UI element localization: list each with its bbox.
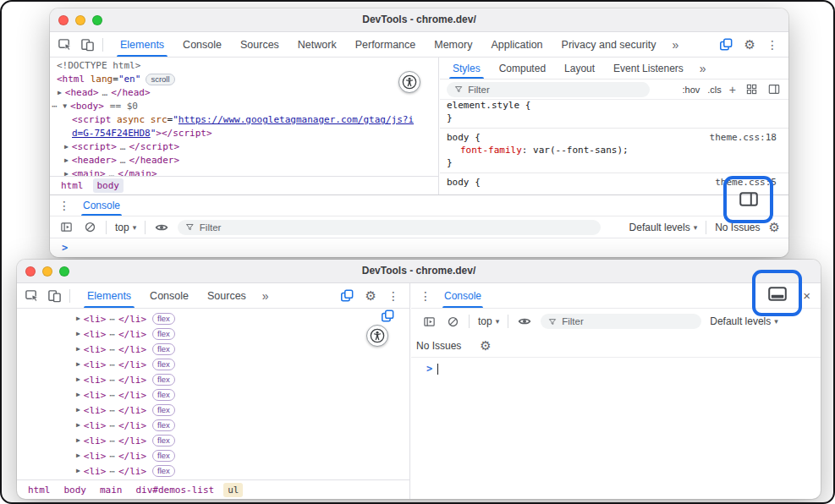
gtm-url-link[interactable]: https://www.googletagmanager.com/gtag/js… bbox=[179, 114, 414, 125]
more-tabs-icon[interactable]: » bbox=[693, 58, 713, 79]
more-tabs-icon[interactable]: » bbox=[665, 32, 685, 57]
console-sidebar-icon[interactable] bbox=[58, 220, 74, 235]
tree-row-li[interactable]: ▶<li>⋯</li>flex bbox=[17, 372, 409, 387]
inspect-element-icon[interactable] bbox=[24, 288, 39, 304]
collapsed-content-dots[interactable]: ⋯ bbox=[109, 390, 115, 401]
styles-filter-field[interactable] bbox=[468, 85, 642, 95]
gtm-url-link[interactable]: d=G-754F24EHD8 bbox=[72, 128, 151, 139]
titlebar[interactable]: DevTools - chrome.dev/ bbox=[17, 260, 821, 283]
clear-console-icon[interactable] bbox=[445, 314, 460, 329]
close-button[interactable] bbox=[25, 266, 36, 277]
device-toolbar-icon[interactable] bbox=[80, 37, 95, 52]
flex-badge[interactable]: flex bbox=[152, 419, 175, 431]
tab-elements[interactable]: Elements bbox=[78, 283, 140, 308]
collapsed-content-dots[interactable]: ⋯ bbox=[109, 420, 115, 431]
drawer-tab-console[interactable]: Console bbox=[81, 195, 122, 216]
minimize-button[interactable] bbox=[75, 15, 85, 25]
tab-console[interactable]: Console bbox=[140, 283, 198, 308]
breadcrumb-div-demos-list[interactable]: div#demos-list bbox=[132, 483, 219, 497]
minimize-button[interactable] bbox=[42, 266, 52, 277]
close-button[interactable] bbox=[58, 15, 69, 25]
console-filter-field[interactable] bbox=[200, 222, 593, 233]
tab-styles[interactable]: Styles bbox=[443, 58, 490, 79]
collapsed-content-dots[interactable]: ⋯ bbox=[109, 344, 115, 355]
console-sidebar-icon[interactable] bbox=[421, 314, 437, 329]
toggle-element-state[interactable]: :hov bbox=[683, 85, 700, 95]
flex-badge[interactable]: flex bbox=[152, 328, 175, 340]
kebab-menu-icon[interactable]: ⋮ bbox=[387, 290, 399, 302]
console-prompt[interactable]: > bbox=[50, 238, 788, 257]
breadcrumb-main[interactable]: main bbox=[96, 483, 127, 497]
flex-badge[interactable]: flex bbox=[152, 404, 175, 416]
breadcrumb-ul-selected[interactable]: ul bbox=[223, 483, 243, 497]
expand-arrow-icon[interactable]: ▶ bbox=[76, 421, 80, 429]
tab-sources[interactable]: Sources bbox=[231, 32, 288, 57]
context-selector[interactable]: top▾ bbox=[478, 315, 499, 327]
zoom-button[interactable] bbox=[59, 266, 69, 277]
tab-application[interactable]: Application bbox=[481, 32, 552, 57]
collapse-arrow-icon[interactable]: ▼ bbox=[63, 100, 67, 112]
sidebar-toggle-icon[interactable] bbox=[766, 82, 782, 97]
tree-line-body[interactable]: ⋯ ▼<body>== $0 bbox=[52, 100, 138, 112]
rule-body-1[interactable]: body {theme.css:18 bbox=[440, 132, 788, 144]
grid-icon[interactable] bbox=[744, 82, 759, 97]
gutter-dots-icon[interactable]: ⋯ bbox=[52, 101, 58, 112]
tree-line-main[interactable]: ▶<main>…</main> bbox=[64, 167, 157, 176]
tree-row-li[interactable]: ▶<li>⋯</li>flex bbox=[17, 387, 409, 403]
collapsed-content-dots[interactable]: … bbox=[102, 87, 108, 98]
expand-arrow-icon[interactable]: ▶ bbox=[76, 467, 80, 474]
tree-row-li[interactable]: ▶<li>⋯</li>flex bbox=[17, 448, 409, 463]
collapsed-content-dots[interactable]: ⋯ bbox=[109, 405, 115, 416]
expand-arrow-icon[interactable]: ▶ bbox=[76, 360, 80, 368]
flex-badge[interactable]: flex bbox=[152, 465, 175, 477]
collapsed-content-dots[interactable]: … bbox=[120, 141, 126, 152]
kebab-menu-icon[interactable]: ⋮ bbox=[58, 200, 70, 211]
tab-layout[interactable]: Layout bbox=[555, 58, 604, 79]
tab-network[interactable]: Network bbox=[288, 32, 346, 57]
log-levels-selector[interactable]: Default levels▾ bbox=[710, 315, 778, 327]
breadcrumb-body-selected[interactable]: body bbox=[93, 178, 124, 193]
toggle-element-classes[interactable]: .cls bbox=[707, 85, 722, 95]
flex-badge[interactable]: flex bbox=[152, 359, 175, 370]
expand-arrow-icon[interactable]: ▶ bbox=[76, 436, 80, 444]
console-settings-gear-icon[interactable]: ⚙ bbox=[769, 221, 780, 233]
settings-gear-icon[interactable]: ⚙ bbox=[744, 38, 755, 51]
inspect-element-icon[interactable] bbox=[57, 37, 72, 52]
tab-performance[interactable]: Performance bbox=[346, 32, 426, 57]
expand-arrow-icon[interactable]: ▶ bbox=[76, 391, 80, 398]
expand-arrow-icon[interactable]: ▶ bbox=[64, 167, 69, 176]
stylesheet-source-link[interactable]: theme.css:18 bbox=[710, 132, 777, 144]
console-filter-input[interactable] bbox=[178, 220, 601, 235]
tree-line-doctype[interactable]: <!DOCTYPE html> bbox=[57, 59, 140, 72]
tab-sources[interactable]: Sources bbox=[198, 283, 255, 308]
flex-badge[interactable]: flex bbox=[152, 343, 175, 355]
console-filter-input[interactable] bbox=[541, 314, 701, 329]
expand-arrow-icon[interactable]: ▶ bbox=[58, 86, 62, 99]
tree-line-gtm-script-1[interactable]: <script async src="https://www.googletag… bbox=[72, 113, 414, 126]
zoom-button[interactable] bbox=[92, 15, 102, 25]
drawer-tab-console[interactable]: Console bbox=[442, 283, 483, 308]
expand-arrow-icon[interactable]: ▶ bbox=[76, 452, 80, 459]
breadcrumb-html[interactable]: html bbox=[57, 178, 88, 193]
collapsed-content-dots[interactable]: … bbox=[109, 168, 115, 176]
tab-computed[interactable]: Computed bbox=[490, 58, 555, 79]
console-filter-field[interactable] bbox=[562, 316, 694, 326]
issues-counter[interactable]: No Issues bbox=[416, 340, 461, 352]
tree-line-html[interactable]: <html lang="en"scroll bbox=[57, 73, 175, 85]
more-tabs-icon[interactable]: » bbox=[255, 283, 276, 308]
tab-memory[interactable]: Memory bbox=[425, 32, 481, 57]
kebab-menu-icon[interactable]: ⋮ bbox=[766, 39, 778, 51]
tab-console[interactable]: Console bbox=[173, 32, 231, 57]
flex-badge[interactable]: flex bbox=[152, 450, 175, 462]
tree-row-li[interactable]: ▶<li>⋯</li>flex bbox=[17, 418, 409, 433]
console-settings-gear-icon[interactable]: ⚙ bbox=[480, 339, 491, 352]
flex-badge[interactable]: flex bbox=[152, 389, 175, 401]
accessibility-icon[interactable] bbox=[366, 325, 388, 347]
panel-layout-icon[interactable] bbox=[718, 37, 733, 52]
tree-row-li[interactable]: ▶<li>⋯</li>flex bbox=[17, 463, 409, 479]
breadcrumb-html[interactable]: html bbox=[24, 483, 55, 497]
collapsed-content-dots[interactable]: ⋯ bbox=[109, 359, 115, 370]
expand-arrow-icon[interactable]: ▶ bbox=[76, 375, 80, 383]
tree-row-li[interactable]: ▶<li>⋯</li>flex bbox=[17, 357, 409, 372]
tree-row-li[interactable]: ▶<li>⋯</li>flex bbox=[17, 342, 409, 357]
